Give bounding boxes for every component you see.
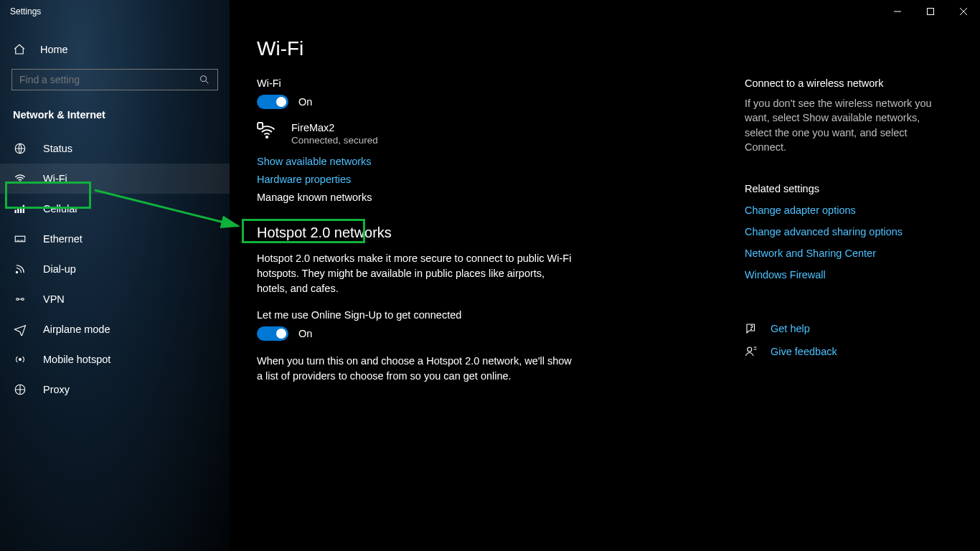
sidebar-item-hotspot[interactable]: Mobile hotspot: [0, 344, 230, 375]
svg-rect-6: [20, 207, 22, 213]
sidebar-item-label: Cellular: [43, 203, 78, 215]
link-manage-known-networks[interactable]: Manage known networks: [257, 192, 745, 203]
svg-point-14: [266, 136, 268, 138]
svg-point-3: [19, 182, 21, 183]
sidebar-item-label: Proxy: [43, 384, 70, 395]
wifi-toggle-state: On: [298, 96, 312, 108]
aside-connect-heading: Connect to a wireless network: [745, 77, 938, 89]
online-signup-toggle[interactable]: [257, 326, 288, 341]
help-icon: [745, 322, 758, 335]
svg-point-16: [751, 329, 752, 330]
close-button[interactable]: [947, 0, 980, 23]
sidebar-home[interactable]: Home: [0, 36, 230, 63]
svg-point-10: [17, 298, 19, 301]
svg-point-11: [22, 298, 24, 301]
svg-rect-15: [258, 123, 263, 128]
minimize-button[interactable]: [881, 0, 914, 23]
sidebar-item-ethernet[interactable]: Ethernet: [0, 224, 230, 254]
wifi-secured-icon: [257, 122, 277, 142]
cellular-icon: [13, 202, 27, 215]
sidebar-item-label: Ethernet: [43, 233, 83, 245]
link-network-sharing-center[interactable]: Network and Sharing Center: [745, 248, 938, 259]
hotspot-icon: [13, 353, 27, 366]
sidebar-item-cellular[interactable]: Cellular: [0, 194, 230, 224]
svg-rect-0: [928, 9, 934, 15]
svg-rect-4: [15, 210, 17, 214]
window-title: Settings: [0, 6, 41, 17]
online-signup-label: Let me use Online Sign-Up to get connect…: [257, 309, 745, 321]
network-name: FireMax2: [291, 122, 378, 133]
network-status: Connected, secured: [291, 135, 378, 146]
sidebar-item-vpn[interactable]: VPN: [0, 284, 230, 314]
link-get-help[interactable]: Get help: [745, 322, 938, 335]
aside-related-heading: Related settings: [745, 183, 938, 194]
online-signup-description: When you turn this on and choose a Hotsp…: [257, 354, 573, 384]
sidebar-item-label: Airplane mode: [43, 324, 110, 335]
vpn-icon: [13, 293, 27, 306]
sidebar-item-wifi[interactable]: Wi-Fi: [0, 164, 230, 194]
link-give-feedback-label: Give feedback: [771, 346, 837, 357]
svg-point-12: [19, 359, 22, 361]
online-signup-state: On: [298, 328, 312, 339]
sidebar-item-status[interactable]: Status: [0, 133, 230, 164]
link-show-available-networks[interactable]: Show available networks: [257, 156, 745, 167]
sidebar: Home Network & Internet Status: [0, 0, 230, 551]
link-hardware-properties[interactable]: Hardware properties: [257, 174, 745, 185]
link-adapter-options[interactable]: Change adapter options: [745, 204, 938, 216]
sidebar-item-label: Dial-up: [43, 263, 76, 275]
sidebar-item-proxy[interactable]: Proxy: [0, 375, 230, 405]
sidebar-item-label: Wi-Fi: [43, 173, 67, 184]
svg-rect-8: [15, 236, 25, 242]
aside: Connect to a wireless network If you don…: [745, 37, 953, 537]
link-get-help-label: Get help: [771, 323, 810, 334]
ethernet-icon: [13, 232, 27, 245]
sidebar-item-dialup[interactable]: Dial-up: [0, 254, 230, 284]
wifi-toggle[interactable]: [257, 95, 288, 109]
sidebar-item-label: Status: [43, 143, 72, 154]
current-network[interactable]: FireMax2 Connected, secured: [257, 122, 745, 146]
dialup-icon: [13, 263, 27, 276]
sidebar-item-label: VPN: [43, 293, 65, 305]
aside-connect-body: If you don't see the wireless network yo…: [745, 96, 938, 154]
hotspot-heading: Hotspot 2.0 networks: [257, 225, 745, 241]
proxy-icon: [13, 383, 27, 396]
sidebar-category: Network & Internet: [0, 100, 230, 133]
svg-point-1: [201, 76, 207, 82]
feedback-icon: [745, 345, 758, 358]
sidebar-home-label: Home: [40, 44, 68, 55]
sidebar-item-label: Mobile hotspot: [43, 354, 110, 365]
home-icon: [13, 43, 26, 56]
wifi-section-label: Wi-Fi: [257, 77, 745, 89]
link-give-feedback[interactable]: Give feedback: [745, 345, 938, 358]
svg-point-9: [16, 271, 17, 273]
main-area: Wi-Fi Wi-Fi On FireMax2 Connected, secur…: [230, 0, 980, 551]
svg-rect-5: [17, 208, 19, 213]
titlebar: Settings: [0, 0, 980, 23]
status-icon: [13, 142, 27, 155]
hotspot-description: Hotspot 2.0 networks make it more secure…: [257, 251, 573, 296]
svg-point-17: [748, 347, 752, 352]
search-icon: [199, 74, 210, 85]
page-title: Wi-Fi: [257, 37, 745, 60]
search-input[interactable]: [11, 69, 218, 90]
link-windows-firewall[interactable]: Windows Firewall: [745, 269, 938, 281]
link-advanced-sharing[interactable]: Change advanced sharing options: [745, 226, 938, 237]
maximize-button[interactable]: [914, 0, 947, 23]
wifi-icon: [13, 172, 27, 185]
svg-rect-7: [23, 205, 24, 213]
search-field[interactable]: [19, 74, 199, 85]
airplane-icon: [13, 323, 27, 336]
sidebar-item-airplane[interactable]: Airplane mode: [0, 314, 230, 344]
